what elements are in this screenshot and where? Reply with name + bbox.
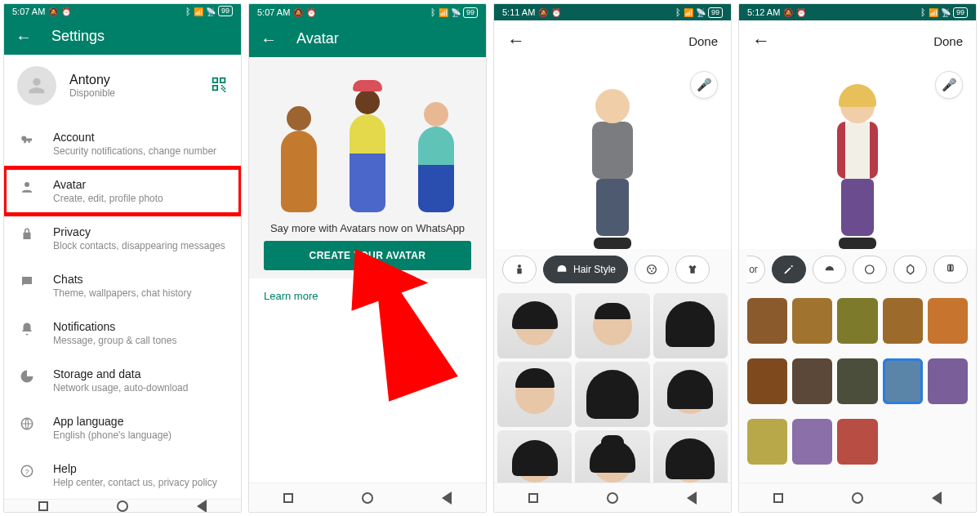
nav-bar: [739, 483, 976, 512]
setting-language[interactable]: App languageEnglish (phone's language): [4, 404, 241, 452]
status-time: 5:07 AM: [257, 7, 290, 17]
setting-avatar[interactable]: AvatarCreate, edit, profile photo: [4, 167, 241, 215]
color-swatch[interactable]: [928, 298, 968, 344]
chip-face[interactable]: [893, 256, 928, 283]
profile-avatar-icon: [17, 66, 56, 105]
nav-recent-icon[interactable]: [773, 493, 783, 503]
battery-icon: 99: [463, 7, 478, 18]
chip-partial[interactable]: or: [747, 256, 765, 283]
category-chips: or: [739, 249, 976, 290]
setting-sub: Create, edit, profile photo: [53, 193, 163, 204]
nav-back-icon[interactable]: [932, 492, 942, 505]
back-arrow-icon[interactable]: ←: [261, 31, 277, 47]
setting-title: Notifications: [53, 320, 176, 333]
chip-palette[interactable]: [853, 256, 887, 283]
color-swatch[interactable]: [747, 358, 787, 404]
setting-notifications[interactable]: NotificationsMessage, group & call tones: [4, 309, 241, 357]
nav-bar: [249, 483, 486, 512]
hairstyle-option[interactable]: [497, 430, 572, 483]
category-chips: Hair Style: [494, 249, 731, 290]
bell-icon: [19, 320, 35, 336]
bluetooth-icon: [675, 7, 681, 17]
nav-home-icon[interactable]: [117, 500, 128, 512]
app-bar: ← Avatar: [249, 20, 486, 57]
done-button[interactable]: Done: [933, 34, 963, 48]
setting-title: App language: [53, 415, 172, 428]
hairstyle-option[interactable]: [497, 362, 572, 427]
color-swatch[interactable]: [837, 419, 877, 465]
hairstyle-option[interactable]: [575, 430, 649, 483]
mirror-button[interactable]: 🎤: [690, 71, 718, 99]
color-swatch[interactable]: [837, 298, 877, 344]
setting-sub: Help center, contact us, privacy policy: [53, 477, 217, 488]
color-swatch[interactable]: [747, 419, 787, 465]
hairstyle-option[interactable]: [575, 362, 649, 427]
page-title: Avatar: [296, 30, 339, 47]
mirror-button[interactable]: 🎤: [935, 71, 963, 99]
qr-icon[interactable]: [210, 75, 228, 96]
nav-back-icon[interactable]: [197, 500, 207, 513]
setting-account[interactable]: AccountSecurity notifications, change nu…: [4, 120, 241, 167]
signal-icon: [194, 7, 203, 16]
nav-home-icon[interactable]: [607, 492, 618, 504]
svg-point-0: [24, 182, 29, 187]
nav-recent-icon[interactable]: [528, 493, 538, 503]
status-time: 5:12 AM: [747, 7, 780, 17]
back-arrow-icon[interactable]: ←: [16, 29, 32, 45]
screen-avatar-create: 5:07 AM 99 ← Avatar Say more with Avatar…: [248, 3, 487, 513]
create-avatar-button[interactable]: CREATE YOUR AVATAR: [264, 241, 471, 270]
nav-home-icon[interactable]: [362, 492, 373, 504]
learn-more-link[interactable]: Learn more: [249, 278, 486, 314]
color-grid: [739, 290, 976, 483]
chip-haircolor[interactable]: [635, 256, 669, 283]
done-button[interactable]: Done: [688, 34, 718, 48]
chip-ears[interactable]: [933, 256, 968, 283]
profile-row[interactable]: Antony Disponible: [4, 55, 241, 117]
hairstyle-option[interactable]: [653, 293, 728, 358]
color-swatch[interactable]: [928, 358, 968, 404]
avatar-figure-2: [335, 90, 400, 212]
setting-title: Account: [53, 131, 216, 144]
chip-body[interactable]: [502, 256, 537, 283]
color-swatch[interactable]: [792, 358, 832, 404]
back-arrow-icon[interactable]: ←: [752, 30, 770, 51]
mute-icon: [538, 7, 548, 17]
setting-sub: Security notifications, change number: [53, 145, 216, 157]
editor-topbar: ← Done: [494, 20, 731, 61]
svg-point-5: [648, 265, 657, 274]
chip-hairstyle[interactable]: Hair Style: [543, 256, 628, 283]
hairstyle-option[interactable]: [653, 362, 728, 427]
nav-recent-icon[interactable]: [38, 501, 48, 511]
chip-outfit[interactable]: [675, 256, 710, 283]
setting-title: Storage and data: [53, 367, 188, 380]
hairstyle-option[interactable]: [497, 293, 572, 358]
nav-home-icon[interactable]: [852, 492, 863, 504]
nav-back-icon[interactable]: [687, 492, 697, 505]
svg-point-6: [649, 268, 651, 269]
color-swatch[interactable]: [792, 419, 832, 465]
color-swatch[interactable]: [883, 358, 923, 404]
nav-back-icon[interactable]: [442, 492, 452, 505]
setting-title: Privacy: [53, 225, 225, 238]
back-arrow-icon[interactable]: ←: [507, 30, 525, 51]
hairstyle-option[interactable]: [575, 293, 649, 358]
bluetooth-icon: [430, 7, 436, 17]
profile-status: Disponible: [69, 87, 115, 99]
setting-storage[interactable]: Storage and dataNetwork usage, auto-down…: [4, 357, 241, 404]
editor-topbar: ← Done: [739, 20, 976, 61]
chip-hair[interactable]: [813, 256, 847, 283]
setting-privacy[interactable]: PrivacyBlock contacts, disappearing mess…: [4, 215, 241, 262]
setting-chats[interactable]: ChatsTheme, wallpapers, chat history: [4, 262, 241, 309]
color-swatch[interactable]: [837, 358, 877, 404]
chip-brush[interactable]: [772, 256, 806, 283]
setting-help[interactable]: ? HelpHelp center, contact us, privacy p…: [4, 452, 241, 499]
setting-title: Avatar: [53, 178, 163, 191]
color-swatch[interactable]: [747, 298, 787, 344]
color-swatch[interactable]: [792, 298, 832, 344]
avatar-icon: [19, 178, 35, 194]
hairstyle-option[interactable]: [653, 430, 728, 483]
nav-recent-icon[interactable]: [283, 493, 293, 503]
color-swatch[interactable]: [883, 298, 923, 344]
alarm-icon: [551, 7, 561, 17]
signal-icon: [684, 7, 693, 17]
